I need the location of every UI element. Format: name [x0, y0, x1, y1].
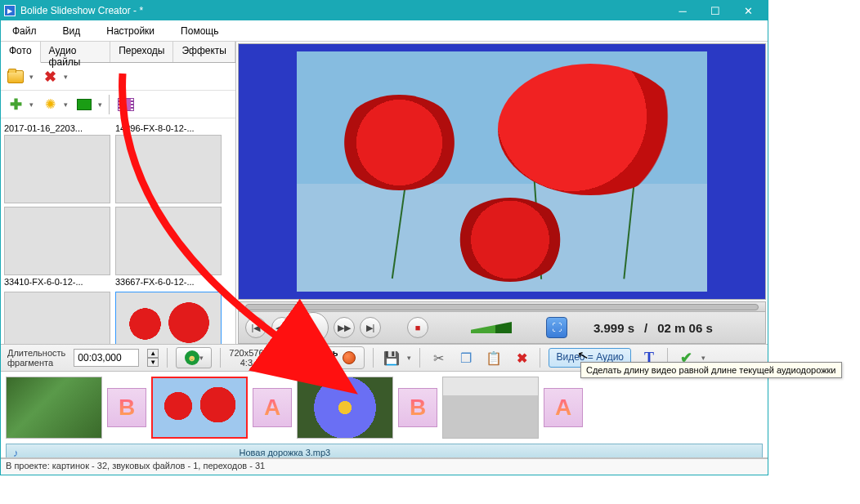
- delete-button[interactable]: ✖: [40, 67, 60, 87]
- thumb-item[interactable]: 37055-FX-6-0-12-...: [115, 292, 223, 344]
- effect-button[interactable]: ✺: [40, 95, 60, 114]
- step-up-icon[interactable]: ▲: [147, 349, 159, 358]
- transition-letter: A: [264, 395, 280, 421]
- movie-button[interactable]: [116, 95, 136, 114]
- timeline-clip[interactable]: [6, 377, 102, 439]
- color-swatch-icon: [77, 99, 92, 110]
- timeline: B A B A ♪ Новая дорожка 3.mp3: [1, 372, 768, 458]
- audio-track[interactable]: ♪ Новая дорожка 3.mp3: [6, 444, 763, 458]
- separator: [419, 348, 420, 368]
- dropdown-icon[interactable]: ▾: [29, 100, 34, 109]
- paste-button[interactable]: 📋: [484, 348, 504, 368]
- photo-toolbar-1: ▾ ✖ ▾: [1, 63, 235, 91]
- menu-settings[interactable]: Настройки: [101, 23, 159, 39]
- goto-end-button[interactable]: ▶|: [360, 317, 381, 338]
- film-icon: [118, 98, 134, 111]
- transition-letter: A: [555, 395, 571, 421]
- thumb-image: [115, 292, 222, 344]
- separator: [167, 348, 168, 368]
- prev-button[interactable]: ◀◀: [271, 317, 293, 338]
- dropdown-icon[interactable]: ▾: [701, 354, 705, 362]
- minimize-button[interactable]: ─: [666, 1, 699, 20]
- titlebar: Bolide Slideshow Creator - * ─ ☐ ✕: [1, 1, 768, 20]
- timeline-clip[interactable]: [151, 377, 248, 439]
- save-video-button[interactable]: Сохранитьвидео: [281, 346, 365, 369]
- preview-panel: |◀ ◀◀ ▶ ▶▶ ▶| ■ ⛶ 3.999 s / 02 m 06 s: [236, 42, 768, 344]
- music-note-icon: ♪: [13, 447, 19, 459]
- x-icon: ✖: [44, 68, 56, 86]
- audio-track-name: Новая дорожка 3.mp3: [240, 448, 331, 457]
- playback-track[interactable]: [245, 304, 759, 310]
- thumb-image: [115, 135, 222, 203]
- save-disk-button[interactable]: 💾: [382, 348, 401, 368]
- save-label-2: видео: [290, 358, 338, 368]
- delete-clip-button[interactable]: ✖: [512, 348, 531, 368]
- resolution-text: 720x576 4:3: [229, 348, 263, 368]
- dropdown-icon[interactable]: ▾: [64, 73, 68, 81]
- play-button[interactable]: ▶: [298, 312, 329, 343]
- transition-clip[interactable]: B: [107, 388, 146, 427]
- record-icon: [343, 351, 356, 364]
- step-down-icon[interactable]: ▼: [147, 358, 159, 367]
- open-folder-button[interactable]: [6, 67, 25, 87]
- transition-clip[interactable]: A: [544, 388, 583, 427]
- resolution-value: 720x576: [229, 348, 263, 358]
- timeline-clip[interactable]: [297, 377, 393, 439]
- color-button[interactable]: [74, 95, 94, 114]
- thumb-image: [4, 207, 110, 275]
- video-track: B A B A: [1, 372, 768, 444]
- aspect-value: 4:3: [229, 358, 263, 368]
- menu-help[interactable]: Помощь: [176, 23, 223, 39]
- next-button[interactable]: ▶▶: [334, 317, 355, 338]
- dropdown-icon[interactable]: ▾: [98, 100, 102, 109]
- stop-button[interactable]: ■: [407, 317, 428, 338]
- duration-stepper[interactable]: ▲▼: [147, 349, 159, 367]
- duration-label: Длительность фрагмента: [7, 348, 65, 368]
- menubar: Файл Вид Настройки Помощь: [1, 20, 768, 42]
- transition-letter: B: [410, 395, 426, 421]
- close-button[interactable]: ✕: [732, 1, 764, 20]
- tab-photo[interactable]: Фото: [1, 42, 41, 63]
- transition-letter: B: [119, 395, 135, 421]
- tab-audio[interactable]: Аудио файлы: [41, 42, 111, 62]
- window-title: Bolide Slideshow Creator - *: [20, 5, 666, 16]
- media-tabs: Фото Аудио файлы Переходы Эффекты: [1, 42, 235, 63]
- save-label-1: Сохранить: [290, 348, 338, 358]
- goto-start-button[interactable]: |◀: [245, 317, 267, 338]
- add-button[interactable]: ✚: [6, 95, 25, 114]
- tab-transitions[interactable]: Переходы: [110, 42, 173, 62]
- thumb-item[interactable]: 33743-FX-6-0-12-...: [4, 292, 112, 344]
- preview-viewport: [238, 43, 766, 300]
- duration-input[interactable]: [74, 349, 139, 367]
- main-area: Фото Аудио файлы Переходы Эффекты ▾ ✖ ▾ …: [1, 42, 768, 344]
- dropdown-icon[interactable]: ▾: [29, 73, 34, 81]
- dropdown-icon[interactable]: ▾: [407, 354, 411, 362]
- thumb-item[interactable]: 33667-FX-6-0-12-...: [115, 207, 223, 288]
- left-panel: Фото Аудио файлы Переходы Эффекты ▾ ✖ ▾ …: [1, 42, 236, 344]
- thumb-item[interactable]: 14296-FX-8-0-12-...: [115, 122, 223, 203]
- thumb-image: [4, 292, 110, 344]
- copy-button[interactable]: ❐: [456, 348, 476, 368]
- face-button[interactable]: ☻▾: [176, 347, 212, 368]
- thumb-label: 33410-FX-6-0-12-...: [4, 275, 112, 288]
- fullscreen-button[interactable]: ⛶: [546, 317, 567, 338]
- thumb-label: 33667-FX-6-0-12-...: [115, 275, 223, 288]
- thumb-label: 2017-01-16_2203...: [4, 122, 112, 135]
- status-text: В проекте: картинок - 32, звуковых файло…: [6, 461, 265, 471]
- plus-icon: ✚: [9, 98, 22, 111]
- transition-clip[interactable]: A: [253, 388, 292, 427]
- photo-toolbar-2: ✚ ▾ ✺ ▾ ▾: [1, 91, 235, 118]
- separator: [373, 348, 374, 368]
- timeline-clip[interactable]: [442, 377, 539, 439]
- volume-icon[interactable]: [471, 322, 512, 333]
- dropdown-icon[interactable]: ▾: [64, 100, 68, 109]
- thumb-item[interactable]: 33410-FX-6-0-12-...: [4, 207, 112, 288]
- tooltip: Сделать длину видео равной длине текущей…: [580, 362, 842, 378]
- tab-effects[interactable]: Эффекты: [173, 42, 235, 62]
- transition-clip[interactable]: B: [398, 388, 437, 427]
- menu-view[interactable]: Вид: [58, 23, 86, 39]
- cut-button[interactable]: ✂: [428, 348, 448, 368]
- thumb-item[interactable]: 2017-01-16_2203...: [4, 122, 112, 203]
- maximize-button[interactable]: ☐: [699, 1, 732, 20]
- menu-file[interactable]: Файл: [7, 23, 42, 39]
